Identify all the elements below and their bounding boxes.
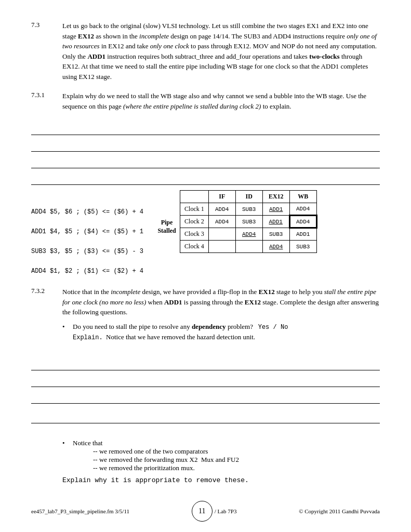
answer-line-7: [31, 389, 380, 404]
dependency-bold: dependency: [192, 323, 226, 330]
bullet-item-732: • Do you need to stall the pipe to resol…: [62, 322, 380, 342]
section-732: 7.3.2 Notice that in the incomplete desi…: [31, 287, 380, 347]
pipe-stalled-text: PipeStalled: [157, 219, 176, 235]
clock4-label: Clock 4: [180, 241, 209, 253]
clock3-ex12: SUB3: [262, 228, 289, 241]
clock4-if: [208, 241, 235, 253]
notice-item-2: -- we removed the forwarding mux X2 Mux …: [73, 456, 239, 463]
clock3-wb: ADD1: [289, 228, 316, 241]
answer-lines-732: [31, 356, 380, 404]
yes-no-mono: Yes / No: [258, 324, 288, 331]
section-73: 7.3 Let us go back to the original (slow…: [31, 21, 380, 82]
answer-line-2: [31, 137, 380, 152]
clock1-ex12: ADD1: [262, 203, 289, 216]
th-id: ID: [235, 191, 262, 203]
page-number: 11: [198, 507, 205, 515]
ex12-bold-2: EX12: [259, 288, 275, 296]
section-732-num: 7.3.2: [31, 287, 62, 347]
table-row: Clock 4 ADD4 SUB3: [180, 241, 317, 253]
table-row: Clock 1 ADD4 SUB3 ADD1 ADD4: [180, 203, 317, 216]
explain-line: Explain why it is appropriate to remove …: [62, 476, 380, 484]
table-header-row: IF ID EX12 WB: [180, 191, 317, 203]
answer-line-4: [31, 170, 380, 185]
lab-label: / Lab 7P3: [215, 508, 237, 514]
answer-line-8: [31, 409, 380, 423]
explain-mono: Explain.: [73, 334, 103, 341]
clock4-wb: SUB3: [289, 241, 316, 253]
code-line-2: ADD1 $4, $5 ; ($4) <= ($5) + 1: [31, 225, 143, 238]
answer-lines-extra: [31, 409, 380, 423]
code-spacer-2: [31, 238, 143, 245]
stall-italic-2: stall the entire pipe for one clock (no …: [62, 288, 376, 306]
notice-bullet-symbol: •: [62, 439, 73, 472]
th-wb: WB: [289, 191, 316, 203]
footer-center: 11 / Lab 7P3: [192, 501, 237, 522]
clock3-label: Clock 3: [180, 228, 209, 241]
ex12-bold-3: EX12: [245, 298, 261, 306]
ex12-bold-1: EX12: [78, 32, 94, 40]
notice-section: • Notice that -- we removed one of the t…: [62, 439, 380, 484]
section-731-content: Explain why do we need to stall the WB s…: [62, 91, 380, 111]
answer-line-1: [31, 121, 380, 135]
code-line-1: ADD4 $5, $6 ; ($5) <= ($6) + 4: [31, 206, 143, 218]
incomplete-italic: incomplete: [139, 32, 169, 40]
code-block: ADD4 $5, $6 ; ($5) <= ($6) + 4 ADD1 $4, …: [31, 190, 143, 277]
code-line-3: SUB3 $3, $5 ; ($3) <= ($5) - 3: [31, 245, 143, 258]
page-number-circle: 11: [192, 501, 213, 522]
clock1-label: Clock 1: [180, 203, 209, 216]
clock2-ex12: ADD1: [262, 216, 289, 228]
clock2-id: SUB3: [235, 216, 262, 228]
clock1-wb: ADD4: [289, 203, 316, 216]
clock2-if: ADD4: [208, 216, 235, 228]
answer-lines-731: [31, 121, 380, 185]
code-spacer-3: [31, 258, 143, 265]
answer-line-3: [31, 154, 380, 168]
section-732-content: Notice that in the incomplete design, we…: [62, 287, 380, 347]
th-if: IF: [208, 191, 235, 203]
incomplete-italic-2: incomplete: [111, 288, 140, 296]
answer-line-5: [31, 356, 380, 370]
section-73-num: 7.3: [31, 21, 62, 82]
clock2-label: Clock 2: [180, 216, 209, 228]
answer-line-6: [31, 373, 380, 387]
pipeline-table-wrapper: IF ID EX12 WB Clock 1 ADD4 SUB3 ADD1 ADD…: [180, 190, 317, 253]
section-731: 7.3.1 Explain why do we need to stall th…: [31, 91, 380, 111]
notice-content: Notice that -- we removed one of the two…: [73, 439, 239, 472]
footer-left: ee457_lab7_P3_simple_pipeline.fm 3/5/11: [31, 508, 129, 514]
code-line-4: ADD4 $1, $2 ; ($1) <= ($2) + 4: [31, 265, 143, 277]
table-row: Clock 3 ADD4 SUB3 ADD1: [180, 228, 317, 241]
th-empty: [180, 191, 209, 203]
notice-label: Notice that: [73, 439, 102, 447]
pipe-stalled-label: PipeStalled: [154, 190, 180, 235]
table-row: Clock 2 ADD4 SUB3 ADD1 ADD4: [180, 216, 317, 228]
bullet-text-732: Do you need to stall the pipe to resolve…: [73, 322, 288, 342]
footer-copyright: © Copyright 2011 Gandhi Puvvada: [299, 508, 380, 514]
th-ex12: EX12: [262, 191, 289, 203]
two-clocks-bold: two-clocks: [309, 52, 340, 60]
notice-bullet: • Notice that -- we removed one of the t…: [62, 439, 380, 472]
bullet-symbol-732: •: [62, 322, 73, 342]
add1-bold-1: ADD1: [87, 52, 105, 60]
page: 7.3 Let us go back to the original (slow…: [0, 0, 411, 532]
clock2-wb: ADD4: [289, 216, 316, 228]
clock3-id: ADD4: [235, 228, 262, 241]
code-spacer-1: [31, 218, 143, 225]
only-one-clock: only one clock: [150, 42, 189, 50]
clock1-id: SUB3: [235, 203, 262, 216]
stall-italic: (where the entire pipeline is stalled du…: [123, 102, 261, 110]
section-73-content: Let us go back to the original (slow) VL…: [62, 21, 380, 82]
clock4-ex12: ADD4: [262, 241, 289, 253]
only-one-resources: only one of two resources: [62, 32, 377, 50]
footer: ee457_lab7_P3_simple_pipeline.fm 3/5/11 …: [31, 501, 380, 522]
clock1-if: ADD4: [208, 203, 235, 216]
notice-item-3: -- we removed the prioritization mux.: [73, 464, 195, 472]
bullet-section-732: • Do you need to stall the pipe to resol…: [62, 322, 380, 342]
pipeline-table: IF ID EX12 WB Clock 1 ADD4 SUB3 ADD1 ADD…: [180, 190, 317, 253]
pipeline-area: ADD4 $5, $6 ; ($5) <= ($6) + 4 ADD1 $4, …: [31, 190, 380, 277]
clock3-if: [208, 228, 235, 241]
notice-item-1: -- we removed one of the two comparators: [73, 447, 208, 455]
add1-bold-2: ADD1: [164, 298, 182, 306]
clock4-id: [235, 241, 262, 253]
section-731-num: 7.3.1: [31, 91, 62, 111]
